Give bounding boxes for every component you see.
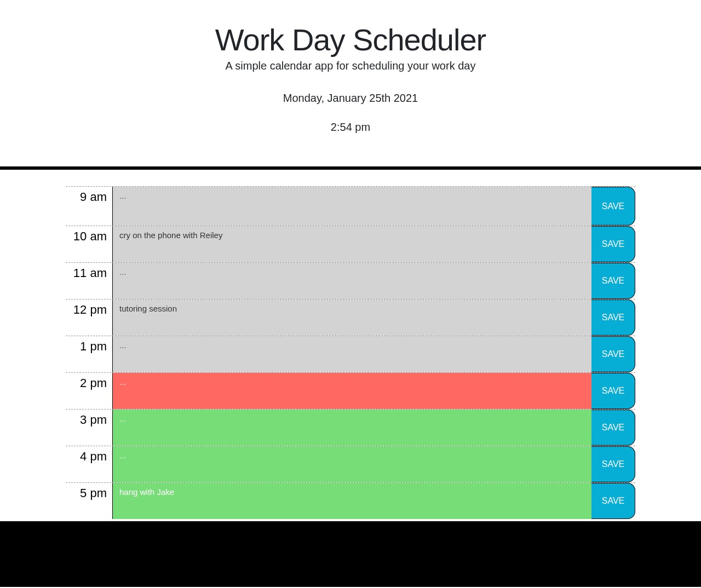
schedule-container: 9 am SAVE 10 am SAVE 11 am SAVE 12 pm SA… [49,170,652,519]
event-input-9am[interactable] [112,187,591,226]
event-input-12pm[interactable] [112,299,591,336]
hour-label: 1 pm [66,336,112,372]
hour-label: 2 pm [66,373,112,409]
save-button-5pm[interactable]: SAVE [591,483,635,519]
time-row-4pm: 4 pm SAVE [66,446,635,482]
event-input-4pm[interactable] [112,446,591,482]
hour-label: 10 am [66,226,112,262]
event-input-2pm[interactable] [112,373,591,409]
time-row-9am: 9 am SAVE [66,186,635,226]
time-row-11am: 11 am SAVE [66,262,635,299]
time-row-5pm: 5 pm SAVE [66,482,635,519]
page-subtitle: A simple calendar app for scheduling you… [11,60,690,72]
event-input-1pm[interactable] [112,336,591,372]
time-row-10am: 10 am SAVE [66,226,635,262]
save-button-12pm[interactable]: SAVE [591,299,635,336]
save-button-2pm[interactable]: SAVE [591,373,635,409]
save-button-11am[interactable]: SAVE [591,263,635,299]
event-input-10am[interactable] [112,226,591,262]
event-input-5pm[interactable] [112,483,591,519]
hour-label: 3 pm [66,410,112,446]
save-button-4pm[interactable]: SAVE [591,446,635,482]
hour-label: 9 am [66,187,112,226]
save-button-3pm[interactable]: SAVE [591,410,635,446]
save-button-9am[interactable]: SAVE [591,187,635,226]
hour-label: 11 am [66,263,112,299]
save-button-1pm[interactable]: SAVE [591,336,635,372]
hour-label: 5 pm [66,483,112,519]
page-title: Work Day Scheduler [11,22,690,57]
hour-label: 12 pm [66,299,112,336]
event-input-11am[interactable] [112,263,591,299]
event-input-3pm[interactable] [112,410,591,446]
time-row-2pm: 2 pm SAVE [66,372,635,409]
time-row-3pm: 3 pm SAVE [66,409,635,446]
current-date: Monday, January 25th 2021 [11,92,690,105]
time-row-12pm: 12 pm SAVE [66,299,635,336]
hour-label: 4 pm [66,446,112,482]
page-header: Work Day Scheduler A simple calendar app… [0,0,701,166]
current-time: 2:54 pm [11,121,690,134]
save-button-10am[interactable]: SAVE [591,226,635,262]
time-row-1pm: 1 pm SAVE [66,336,635,372]
footer-bar [0,521,701,587]
